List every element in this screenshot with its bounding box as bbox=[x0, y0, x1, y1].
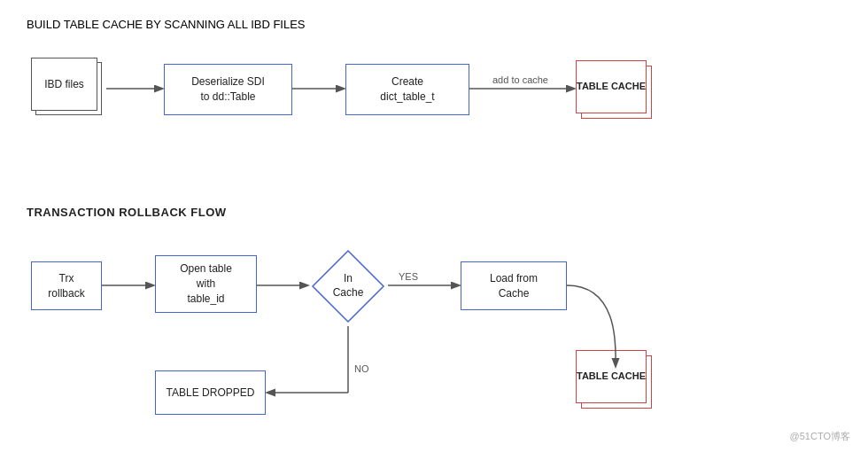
in-cache-diamond: In Cache bbox=[308, 246, 388, 326]
create-dict-box: Createdict_table_t bbox=[345, 64, 469, 115]
top-title-bold: ALL bbox=[228, 18, 248, 31]
top-title-text: BUILD TABLE CACHE BY SCANNING bbox=[27, 18, 228, 31]
svg-marker-0 bbox=[313, 251, 384, 322]
ibd-stack-front: IBD files bbox=[31, 58, 97, 111]
load-from-cache-box: Load fromCache bbox=[461, 261, 567, 310]
bottom-section-title: TRANSACTION ROLLBACK FLOW bbox=[27, 206, 227, 219]
svg-text:add to cache: add to cache bbox=[492, 74, 548, 85]
watermark: @51CTO博客 bbox=[790, 430, 850, 443]
top-title-end: IBD FILES bbox=[248, 18, 306, 31]
open-table-box: Open tablewithtable_id bbox=[155, 255, 257, 313]
trx-rollback-box: Trxrollback bbox=[31, 261, 102, 310]
table-cache-bottom-front: TABLE CACHE bbox=[576, 350, 647, 403]
table-dropped-box: TABLE DROPPED bbox=[155, 370, 266, 415]
top-section-title: BUILD TABLE CACHE BY SCANNING ALL IBD FI… bbox=[27, 18, 306, 31]
svg-text:NO: NO bbox=[354, 363, 369, 374]
deserialize-box: Deserialize SDIto dd::Table bbox=[164, 64, 292, 115]
table-cache-top-front: TABLE CACHE bbox=[576, 60, 647, 113]
svg-text:YES: YES bbox=[399, 271, 418, 282]
diagram-container: BUILD TABLE CACHE BY SCANNING ALL IBD FI… bbox=[0, 0, 868, 452]
